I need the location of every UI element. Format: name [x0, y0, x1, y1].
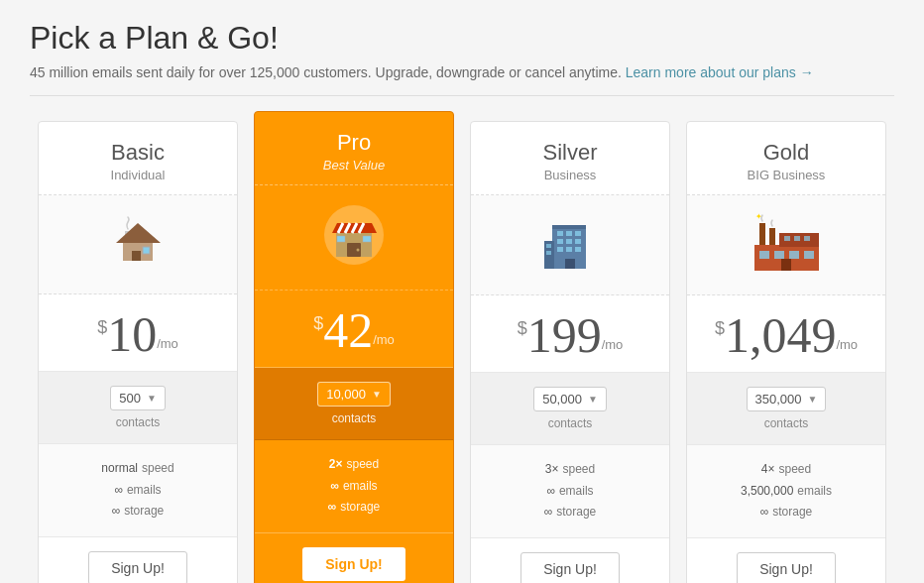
plan-cta-area: Sign Up! [687, 538, 885, 583]
feature-label: speed [778, 459, 811, 481]
feature-value: 3× [545, 459, 559, 481]
factory-icon: ✦ [750, 213, 824, 277]
feature-label: speed [142, 458, 174, 480]
plan-card-gold: Gold BIG Business ✦ $ 1,049 [686, 121, 886, 583]
plan-contacts-area: 350,000 ▼ contacts [687, 373, 885, 445]
signup-button[interactable]: Sign Up! [302, 547, 405, 581]
price-period: /mo [602, 337, 624, 352]
feature-row-0: 3× speed [481, 459, 659, 481]
feature-label: emails [343, 476, 378, 498]
svg-rect-22 [566, 239, 572, 244]
contacts-select[interactable]: 10,000 ▼ [317, 382, 391, 407]
price-amount: 1,049 [725, 310, 837, 360]
svg-rect-39 [804, 251, 814, 259]
plan-contacts-area: 500 ▼ contacts [39, 372, 237, 444]
price-amount: 10 [107, 309, 157, 359]
svg-rect-29 [546, 244, 551, 248]
page-header: Pick a Plan & Go! 45 million emails sent… [30, 20, 894, 96]
feature-value: ∞ [544, 502, 553, 524]
signup-button[interactable]: Sign Up! [737, 552, 836, 583]
shop-icon [322, 203, 387, 272]
feature-row-2: ∞ storage [265, 497, 443, 519]
learn-more-link[interactable]: Learn more about our plans → [626, 64, 814, 80]
svg-rect-23 [575, 239, 581, 244]
plan-price-area: $ 42 /mo [255, 291, 453, 368]
contacts-value: 10,000 [326, 387, 366, 402]
plan-price-area: $ 199 /mo [471, 295, 669, 373]
svg-rect-17 [552, 225, 586, 229]
feature-row-2: ∞ storage [49, 501, 227, 523]
feature-row-1: ∞ emails [49, 480, 227, 502]
feature-label: emails [797, 481, 832, 503]
feature-value: 3,500,000 [741, 481, 793, 503]
contacts-value: 350,000 [755, 392, 802, 407]
feature-row-1: ∞ emails [481, 481, 659, 503]
price-dollar: $ [715, 318, 725, 339]
contacts-select[interactable]: 350,000 ▼ [747, 387, 827, 411]
feature-row-2: ∞ storage [697, 502, 875, 524]
svg-rect-43 [781, 259, 791, 271]
plan-features-area: 4× speed 3,500,000 emails ∞ storage [687, 445, 885, 538]
plan-icon-area [471, 195, 669, 295]
svg-rect-41 [794, 236, 800, 241]
price-amount: 199 [527, 310, 602, 360]
plans-container: Basic Individual $ 10 /mo 500 ▼ [30, 121, 894, 583]
svg-rect-19 [566, 231, 572, 236]
price-dollar: $ [97, 317, 107, 338]
price-period: /mo [157, 336, 178, 351]
signup-button[interactable]: Sign Up! [88, 551, 187, 583]
price-period: /mo [836, 337, 858, 352]
plan-icon-area: ✦ [687, 195, 885, 295]
contacts-label: contacts [481, 416, 659, 430]
plan-header: Gold BIG Business [687, 122, 885, 195]
feature-label: storage [124, 501, 164, 523]
feature-row-0: 4× speed [697, 459, 875, 481]
plan-tagline: Best Value [265, 158, 443, 173]
svg-rect-27 [565, 259, 575, 269]
contacts-select[interactable]: 50,000 ▼ [533, 387, 607, 411]
svg-text:✦: ✦ [755, 213, 762, 221]
feature-label: storage [340, 497, 380, 519]
plan-header: Pro Best Value [255, 112, 453, 185]
feature-label: emails [559, 481, 594, 503]
plan-tagline: Business [481, 168, 659, 182]
plan-tagline: Individual [49, 168, 227, 182]
price-amount: 42 [323, 305, 373, 355]
price-dollar: $ [518, 318, 527, 339]
plan-card-pro: Pro Best Value $ 42 /mo [254, 111, 454, 583]
chevron-down-icon: ▼ [372, 389, 382, 400]
plan-name: Gold [697, 140, 875, 166]
plan-cta-area: Sign Up! [471, 538, 669, 583]
price-period: /mo [373, 332, 395, 347]
feature-row-0: normal speed [49, 458, 227, 480]
feature-row-2: ∞ storage [481, 502, 659, 524]
svg-rect-37 [774, 251, 784, 259]
plan-contacts-area: 10,000 ▼ contacts [255, 368, 453, 440]
svg-rect-25 [566, 247, 572, 252]
plan-header: Basic Individual [39, 122, 237, 195]
feature-row-1: ∞ emails [265, 476, 443, 498]
svg-rect-30 [546, 251, 551, 255]
plan-price: $ 1,049 /mo [697, 310, 875, 360]
svg-rect-32 [769, 228, 775, 245]
svg-rect-3 [132, 251, 141, 261]
plan-card-basic: Basic Individual $ 10 /mo 500 ▼ [38, 121, 238, 583]
contacts-label: contacts [697, 416, 875, 430]
feature-label: storage [772, 502, 812, 524]
svg-point-13 [356, 249, 359, 252]
contacts-select[interactable]: 500 ▼ [110, 386, 166, 410]
signup-button[interactable]: Sign Up! [520, 552, 620, 583]
plan-card-silver: Silver Business $ 199 /mo [470, 121, 670, 583]
contacts-value: 50,000 [542, 392, 582, 407]
svg-rect-40 [784, 236, 790, 241]
feature-value: 4× [761, 459, 775, 481]
feature-row-1: 3,500,000 emails [697, 481, 875, 503]
feature-label: speed [562, 459, 595, 481]
subtitle-text: 45 million emails sent daily for over 12… [30, 64, 622, 80]
plan-name: Basic [49, 140, 227, 166]
svg-rect-38 [789, 251, 799, 259]
feature-value: ∞ [546, 481, 555, 503]
plan-price-area: $ 1,049 /mo [687, 295, 885, 373]
plan-icon-area [39, 195, 237, 294]
svg-rect-4 [143, 247, 150, 254]
